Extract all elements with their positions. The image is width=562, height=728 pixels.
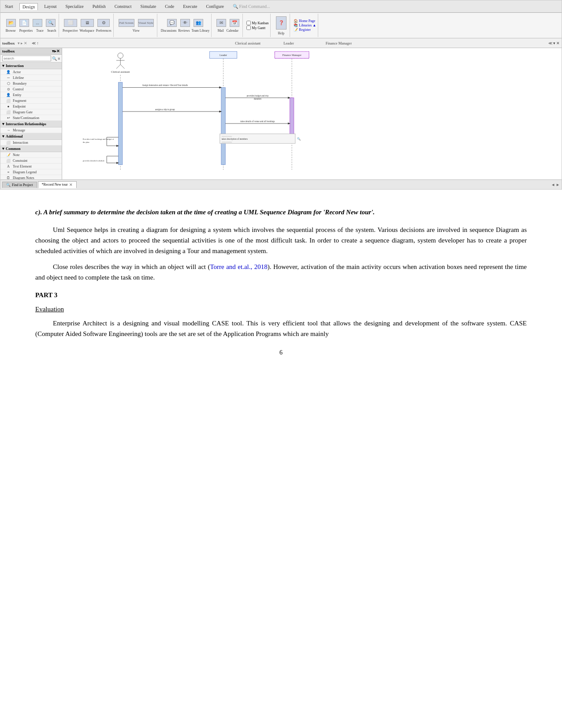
paragraph-2: Close roles describes the way in which a…	[35, 261, 527, 283]
page-number: 6	[35, 348, 527, 358]
tool-text-element[interactable]: AText Element	[0, 164, 62, 169]
tab-execute[interactable]: Execute	[180, 3, 200, 10]
svg-text:Clerical assistant: Clerical assistant	[111, 70, 130, 73]
tab-nav-right[interactable]: ►	[556, 183, 560, 187]
section-common[interactable]: ▾Common	[0, 146, 62, 152]
tab-close-icon[interactable]: ✕	[69, 183, 73, 187]
tool-diagram-gate[interactable]: ⬜Diagram Gate	[0, 109, 62, 115]
section-interaction[interactable]: ▾Interaction	[0, 63, 62, 69]
svg-text:takes details of venue and all: takes details of venue and all bookings	[240, 120, 275, 123]
toolbox-label: toolbox	[2, 41, 15, 45]
tool-entity[interactable]: 👤Entity	[0, 92, 62, 98]
ribbon: Start Design Layout Specialize Publish C…	[0, 0, 562, 13]
toolbar-group-kanban: My Kanban My Gantt	[245, 14, 271, 37]
tool-message[interactable]: →Message	[0, 127, 62, 133]
my-gantt-checkbox[interactable]	[246, 26, 251, 30]
document-area: c). A brief summary to determine the dec…	[0, 190, 562, 375]
sub-leader: Leader	[283, 41, 294, 45]
discussions-label: Discussions	[161, 29, 177, 33]
tool-note[interactable]: 📝Note	[0, 152, 62, 158]
trace-label: Trace	[36, 29, 44, 33]
properties-button[interactable]: 📄	[18, 19, 30, 28]
tool-boundary[interactable]: ⬡Boundary	[0, 81, 62, 86]
svg-text:assigns a trip to group: assigns a trip to group	[155, 108, 175, 111]
trace-button[interactable]: ...	[31, 19, 44, 28]
svg-text:provides budget and trip: provides budget and trip	[247, 94, 269, 97]
heading-c: c). A brief summary to determine the dec…	[35, 207, 527, 217]
evaluation-heading: Evaluation	[35, 304, 527, 314]
libraries-link[interactable]: 📚 Libraries ▲	[294, 23, 316, 27]
tool-diagram-legend[interactable]: ≡Diagram Legend	[0, 169, 62, 175]
tool-interaction[interactable]: ⬜Interaction	[0, 140, 62, 146]
mail-button[interactable]: ✉	[215, 19, 227, 28]
svg-text://////////////////////: //////////////////////	[222, 136, 233, 138]
paragraph-1: Uml Sequence helps in creating a diagram…	[35, 224, 527, 256]
discussions-button[interactable]: 💬	[166, 19, 178, 28]
tab-start[interactable]: Start	[2, 3, 16, 10]
tool-actor[interactable]: 👤Actor	[0, 69, 62, 75]
part3-title: PART 3	[35, 290, 527, 300]
toolbar-group-resources: 🏠 Home Page 📚 Libraries ▲ 📝 Register	[292, 14, 318, 37]
tab-nav-left[interactable]: ◄	[551, 183, 555, 187]
tab-find[interactable]: 🔍 Find Command...	[230, 3, 273, 10]
toolbar: 📂 📄 ... 🔍 Browse Properties Trace Search	[0, 13, 562, 38]
tab-design[interactable]: Design	[19, 3, 38, 10]
properties-label: Properties	[19, 29, 33, 33]
tool-state-continuation[interactable]: ↩State/Continuation	[0, 115, 62, 121]
search-button[interactable]: 🔍	[45, 19, 57, 28]
sub-finance: Finance Manager	[326, 41, 352, 45]
svg-text:provides detailed schedule: provides detailed schedule	[83, 160, 104, 162]
calendar-label: Calendar	[227, 29, 238, 33]
mail-label: Mail	[218, 29, 224, 33]
tab-configure[interactable]: Configure	[203, 3, 227, 10]
perspective-label: Perspective	[63, 29, 78, 33]
tab-layout[interactable]: Layout	[41, 3, 59, 10]
svg-text:🔍: 🔍	[297, 137, 301, 141]
view-label: View	[133, 29, 140, 33]
tool-endpoint[interactable]: ●Endpoint	[0, 104, 62, 109]
preferences-button[interactable]: ⚙	[96, 19, 111, 28]
svg-text:Provides total bookings and bu: Provides total bookings and budget of	[83, 138, 114, 140]
section-additional[interactable]: ▾Additional	[0, 133, 62, 140]
tool-constraint[interactable]: ⬜Constraint	[0, 158, 62, 164]
svg-rect-0	[62, 48, 330, 172]
tool-control[interactable]: ⊙Control	[0, 86, 62, 92]
find-project-icon: 🔍	[6, 183, 11, 187]
tool-fragment[interactable]: ⬜Fragment	[0, 98, 62, 104]
browse-label: Browse	[6, 29, 16, 33]
tab-specialize[interactable]: Specialize	[63, 3, 86, 10]
svg-text:Finance Manager: Finance Manager	[282, 53, 301, 56]
my-kanban-checkbox[interactable]	[246, 21, 251, 25]
tool-diagram-notes[interactable]: 🗒Diagram Notes	[0, 175, 62, 179]
workspace-label: Workspace	[80, 29, 94, 33]
toolbox-search-input[interactable]	[2, 56, 51, 61]
homepage-link[interactable]: 🏠 Home Page	[294, 19, 315, 23]
section-interaction-rel[interactable]: ▾Interaction Relationships	[0, 121, 62, 127]
workspace-button[interactable]: 🖥	[79, 19, 95, 28]
svg-text:the plan: the plan	[83, 141, 90, 143]
team-button[interactable]: 👥	[192, 19, 205, 28]
sequence-diagram-svg: Clerical assistant Leader Finance Manage…	[62, 48, 562, 172]
tool-lifeline[interactable]: ─Lifeline	[0, 75, 62, 81]
calendar-button[interactable]: 📅	[228, 19, 241, 28]
tab-construct[interactable]: Construct	[112, 3, 134, 10]
svg-text:duration: duration	[254, 97, 261, 100]
register-link[interactable]: 📝 Register	[294, 28, 311, 32]
help-button[interactable]: ❓	[275, 16, 288, 30]
evaluation-paragraph-1: Enterprise Architect is a designing and …	[35, 318, 527, 339]
toolbar-group-view: Full Screen Visual Style View	[115, 14, 157, 37]
team-label: Team Library	[191, 29, 209, 33]
tab-find-project[interactable]: 🔍 Find in Project	[2, 182, 37, 188]
tab-publish[interactable]: Publish	[90, 3, 108, 10]
find-project-label: Find in Project	[12, 183, 33, 187]
toolbox-header: toolbox ▾▸✕	[0, 48, 62, 55]
browse-button[interactable]: 📂	[5, 19, 17, 28]
fullscreen-button[interactable]: Full Screen	[117, 19, 136, 28]
perspective-button[interactable]: ⬜	[63, 19, 78, 28]
reviews-button[interactable]: 👁	[179, 19, 191, 28]
work-area: toolbox ▾▸✕ 🔍 ≡ ▾Interaction 👤Actor ─Lif…	[0, 48, 562, 179]
tab-code[interactable]: Code	[162, 3, 177, 10]
visualstyle-button[interactable]: Visual Style	[137, 19, 155, 28]
tab-simulate[interactable]: Simulate	[138, 3, 159, 10]
tab-record-new-tour[interactable]: *Record New tour ✕	[38, 181, 77, 188]
